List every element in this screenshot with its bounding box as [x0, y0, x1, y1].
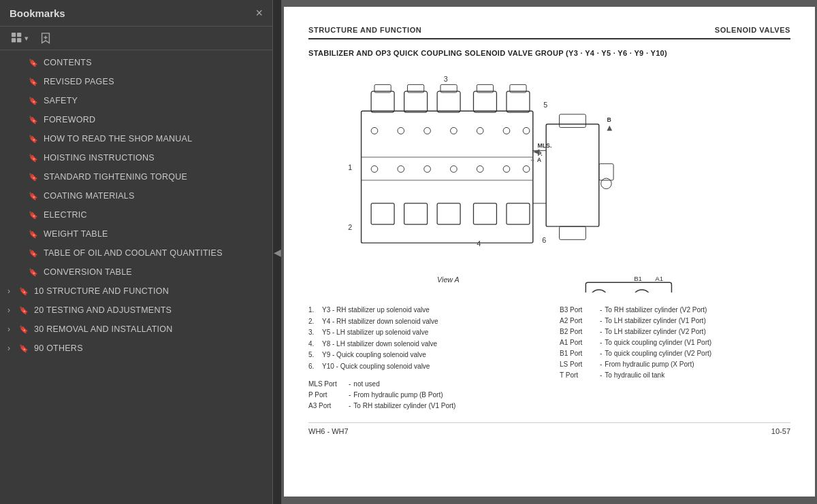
bookmarks-view-button[interactable]: ▾: [8, 31, 31, 46]
bookmark-item[interactable]: ›🔖10 STRUCTURE AND FUNCTION: [0, 282, 272, 301]
bookmark-add-button[interactable]: [37, 31, 54, 46]
close-button[interactable]: ×: [255, 7, 263, 19]
main-content: STRUCTURE AND FUNCTION SOLENOID VALVES S…: [282, 0, 817, 504]
bookmark-ribbon-icon: 🔖: [29, 173, 38, 182]
port-label: A3 Port: [308, 401, 346, 411]
bookmark-item[interactable]: 🔖ELECTRIC: [0, 205, 272, 224]
expand-arrow-icon: ›: [4, 286, 14, 296]
legend-text: Y9 - Quick coupling solenoid valve: [322, 350, 426, 361]
port-description: To hydraulic oil tank: [605, 370, 664, 381]
page-wrapper: STRUCTURE AND FUNCTION SOLENOID VALVES S…: [284, 7, 815, 497]
bookmark-icon: [39, 32, 52, 44]
svg-text:View A: View A: [437, 275, 460, 284]
bookmark-ribbon-icon: 🔖: [19, 287, 29, 296]
svg-rect-7: [371, 91, 394, 112]
diagram-title: STABILIZER AND OP3 QUICK COUPLING SOLENO…: [308, 49, 790, 57]
bookmark-item[interactable]: 🔖CONVERSION TABLE: [0, 263, 272, 282]
bookmark-ribbon-icon: 🔖: [29, 135, 38, 144]
bookmark-item[interactable]: 🔖SAFETY: [0, 91, 272, 110]
bookmark-item[interactable]: 🔖STANDARD TIGHTENING TORQUE: [0, 167, 272, 186]
svg-point-42: [601, 178, 612, 189]
bookmark-label: WEIGHT TABLE: [44, 229, 108, 239]
port-label: A2 Port: [560, 316, 597, 326]
bookmark-item[interactable]: 🔖CONTENTS: [0, 53, 272, 72]
svg-point-17: [371, 127, 378, 134]
svg-rect-37: [507, 203, 530, 224]
bookmark-item[interactable]: 🔖REVISED PAGES: [0, 72, 272, 91]
port-description: To quick coupling cylinder (V1 Port): [605, 337, 711, 348]
legend-text: Y10 - Quick coupling solenoid valve: [322, 361, 430, 373]
bookmark-ribbon-icon: 🔖: [29, 268, 38, 277]
port-description: To LH stabilizer cylinder (V1 Port): [605, 316, 705, 326]
port-dash: -: [600, 316, 602, 326]
svg-point-30: [477, 166, 483, 173]
legend-text: Y3 - RH stabilizer up solenoid valve: [322, 305, 430, 316]
legend-text: Y4 - RH stabilizer down solenoid valve: [322, 316, 438, 328]
svg-point-29: [451, 166, 458, 173]
bookmark-item[interactable]: 🔖COATING MATERIALS: [0, 186, 272, 205]
svg-rect-9: [437, 91, 460, 112]
svg-text:5: 5: [543, 101, 547, 109]
svg-rect-8: [404, 91, 428, 112]
port-label: P Port: [308, 390, 346, 401]
svg-rect-34: [404, 203, 428, 224]
bookmark-ribbon-icon: 🔖: [29, 249, 38, 258]
bookmark-label: REVISED PAGES: [44, 77, 114, 86]
svg-rect-40: [560, 226, 586, 239]
port-description: From hydraulic pump (B Port): [353, 390, 443, 401]
expand-arrow-icon: ›: [4, 305, 14, 315]
svg-rect-1: [17, 33, 21, 37]
svg-point-32: [523, 166, 530, 173]
svg-text:B1: B1: [634, 275, 642, 282]
bookmark-ribbon-icon: 🔖: [29, 58, 38, 67]
bookmark-ribbon-icon: 🔖: [29, 192, 38, 201]
port-item: A3 Port - To RH stabilizer cylinder (V1 …: [308, 401, 539, 411]
port-item: MLS Port - not used: [308, 379, 539, 390]
port-item-right: T Port - To hydraulic oil tank: [560, 370, 790, 381]
bookmark-ribbon-icon: 🔖: [29, 154, 38, 163]
svg-text:6: 6: [542, 236, 546, 244]
svg-text:2: 2: [348, 223, 352, 231]
diagram-area: 1 2 3 4 5 6 MLS. P. ← A B View A: [308, 68, 790, 292]
collapse-handle[interactable]: ◀: [272, 0, 282, 504]
svg-point-21: [477, 127, 483, 134]
bookmark-item[interactable]: ›🔖30 REMOVAL AND INSTALLATION: [0, 320, 272, 339]
svg-point-83: [590, 290, 608, 292]
svg-point-20: [451, 127, 458, 134]
bookmark-item[interactable]: 🔖WEIGHT TABLE: [0, 224, 272, 243]
port-description: From hydraulic pump (X Port): [605, 359, 694, 370]
svg-rect-10: [473, 91, 496, 112]
port-label: B2 Port: [560, 326, 597, 337]
legend-number: 6.: [308, 361, 319, 373]
bookmark-item[interactable]: ›🔖20 TESTING AND ADJUSTMENTS: [0, 301, 272, 320]
bookmark-item[interactable]: 🔖HOW TO READ THE SHOP MANUAL: [0, 129, 272, 148]
svg-text:4: 4: [477, 239, 481, 248]
svg-marker-56: [607, 126, 612, 131]
bookmark-label: STANDARD TIGHTENING TORQUE: [44, 172, 187, 182]
port-dash: -: [349, 379, 351, 390]
svg-text:1: 1: [348, 163, 352, 171]
sidebar-toolbar: ▾: [0, 27, 272, 50]
bookmark-label: 10 STRUCTURE AND FUNCTION: [34, 286, 169, 296]
svg-rect-0: [12, 33, 16, 37]
numbered-legend: 1.Y3 - RH stabilizer up solenoid valve2.…: [308, 305, 539, 372]
bookmark-item[interactable]: 🔖TABLE OF OIL AND COOLANT QUANTITIES: [0, 243, 272, 263]
port-dash: -: [600, 348, 602, 359]
bookmark-item[interactable]: ›🔖90 OTHERS: [0, 339, 272, 358]
legend-right: B3 Port - To RH stabilizer cylinder (V2 …: [560, 305, 790, 411]
port-description: To LH stabilizer cylinder (V2 Port): [605, 326, 705, 337]
port-dash: -: [600, 370, 602, 381]
legend-item: 6.Y10 - Quick coupling solenoid valve: [308, 361, 539, 373]
port-item-right: LS Port - From hydraulic pump (X Port): [560, 359, 790, 370]
port-item-right: A2 Port - To LH stabilizer cylinder (V1 …: [560, 316, 790, 326]
bookmark-item[interactable]: 🔖FOREWORD: [0, 110, 272, 129]
port-dash: -: [349, 401, 351, 411]
svg-point-18: [398, 127, 404, 134]
bookmark-item[interactable]: 🔖HOISTING INSTRUCTIONS: [0, 148, 272, 167]
port-label: T Port: [560, 370, 597, 381]
svg-rect-6: [362, 111, 533, 243]
sidebar-header: Bookmarks ×: [0, 0, 272, 27]
port-items-right: B3 Port - To RH stabilizer cylinder (V2 …: [560, 305, 790, 381]
port-label: B3 Port: [560, 305, 597, 316]
port-item-right: B3 Port - To RH stabilizer cylinder (V2 …: [560, 305, 790, 316]
